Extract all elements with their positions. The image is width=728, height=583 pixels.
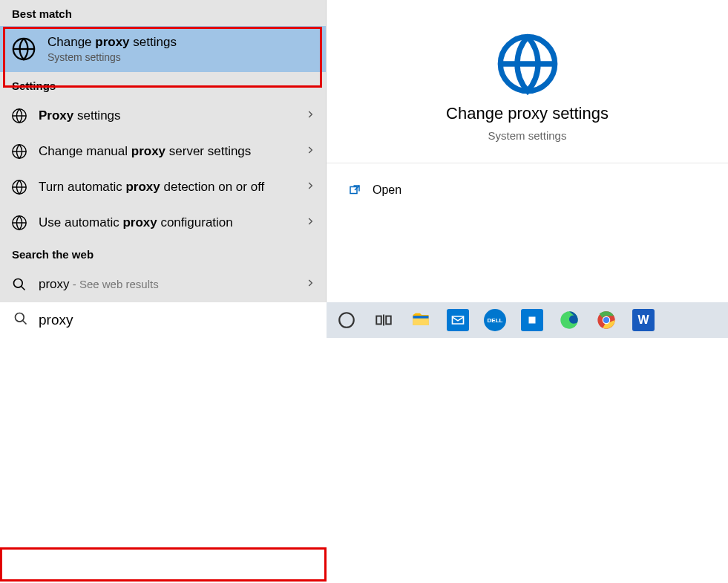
globe-icon — [10, 214, 28, 232]
chevron-right-icon — [305, 145, 315, 158]
svg-point-18 — [603, 317, 609, 323]
chevron-right-icon — [305, 180, 315, 194]
settings-result-auto-config[interactable]: Use automatic proxy configuration — [0, 205, 326, 241]
web-result-label: proxy - See web results — [39, 277, 295, 292]
svg-rect-7 — [350, 187, 357, 194]
globe-icon — [10, 36, 37, 62]
taskbar-file-explorer[interactable] — [402, 302, 439, 338]
settings-result-auto-detection[interactable]: Turn automatic proxy detection on or off — [0, 169, 326, 205]
mail-icon — [447, 309, 469, 331]
chevron-right-icon — [305, 216, 315, 229]
settings-result-manual-proxy[interactable]: Change manual proxy server settings — [0, 134, 326, 169]
preview-subtitle: System settings — [488, 129, 567, 142]
preview-panel: Change proxy settings System settings Op… — [327, 0, 728, 302]
chevron-right-icon — [305, 109, 315, 123]
folder-icon — [410, 309, 432, 331]
word-icon: W — [632, 309, 655, 331]
svg-rect-14 — [529, 317, 536, 324]
svg-rect-11 — [386, 316, 391, 325]
search-icon — [10, 276, 28, 293]
taskbar-task-view[interactable] — [365, 302, 402, 338]
best-match-result[interactable]: Change proxy settings System settings — [0, 26, 326, 72]
open-icon — [347, 183, 362, 198]
svg-point-9 — [339, 313, 354, 328]
svg-rect-10 — [376, 316, 381, 325]
search-results-panel: Best match Change proxy settings System … — [0, 0, 327, 302]
taskbar-app-blue[interactable] — [514, 302, 551, 338]
settings-result-label: Turn automatic proxy detection on or off — [39, 179, 295, 196]
globe-icon — [10, 107, 28, 125]
taskbar-edge[interactable] — [551, 302, 588, 338]
settings-result-label: Change manual proxy server settings — [39, 143, 295, 160]
taskbar-mail[interactable] — [439, 302, 476, 338]
annotation-highlight — [0, 547, 327, 582]
settings-result-label: Use automatic proxy configuration — [39, 215, 295, 232]
svg-point-5 — [14, 279, 23, 288]
globe-icon — [10, 143, 28, 160]
taskbar-dell[interactable]: DELL — [476, 302, 514, 338]
settings-result-label: Proxy settings — [39, 108, 295, 125]
taskbar: DELL W — [0, 302, 728, 338]
globe-icon — [493, 30, 562, 98]
best-match-title: Change proxy settings — [47, 35, 177, 50]
taskbar-chrome[interactable] — [588, 302, 625, 338]
section-search-web: Search the web — [0, 241, 326, 267]
svg-rect-13 — [413, 316, 429, 319]
search-icon — [13, 311, 28, 329]
chrome-icon — [595, 309, 617, 331]
chevron-right-icon — [305, 278, 315, 291]
svg-point-8 — [16, 313, 24, 322]
section-settings: Settings — [0, 72, 326, 98]
web-result[interactable]: proxy - See web results — [0, 267, 326, 302]
globe-icon — [10, 178, 28, 196]
best-match-subtitle: System settings — [47, 51, 177, 63]
cortana-icon — [335, 309, 358, 331]
preview-title: Change proxy settings — [446, 104, 609, 123]
taskbar-word[interactable]: W — [625, 302, 662, 338]
dell-icon: DELL — [484, 309, 506, 331]
task-view-icon — [373, 309, 395, 331]
edge-icon — [558, 309, 580, 331]
section-best-match: Best match — [0, 0, 326, 26]
search-box[interactable] — [0, 302, 327, 338]
open-action[interactable]: Open — [347, 178, 707, 202]
open-label: Open — [373, 183, 401, 197]
search-input[interactable] — [39, 312, 313, 328]
app-icon — [521, 309, 543, 331]
taskbar-cortana[interactable] — [328, 302, 365, 338]
settings-result-proxy-settings[interactable]: Proxy settings — [0, 98, 326, 134]
